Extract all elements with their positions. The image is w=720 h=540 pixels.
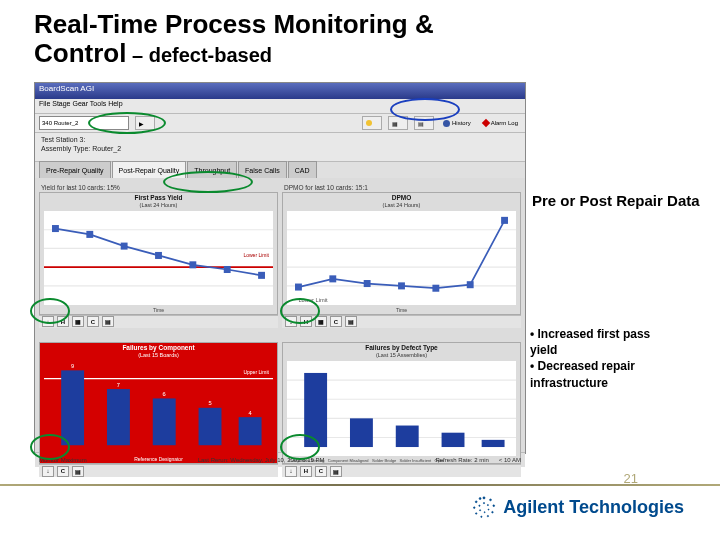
- panel-btn-h[interactable]: H: [300, 466, 312, 477]
- svg-text:9: 9: [71, 363, 74, 369]
- arrow-down-icon[interactable]: ↓: [285, 466, 297, 477]
- svg-point-53: [479, 498, 481, 500]
- chart-title: First Pass Yield: [40, 193, 277, 202]
- tab-throughput[interactable]: Throughput: [187, 161, 237, 178]
- chart-plot: [287, 361, 516, 457]
- svg-rect-40: [350, 418, 373, 447]
- assembly-combo[interactable]: 340 Router_2: [39, 116, 129, 130]
- tab-post-repair[interactable]: Post-Repair Quality: [112, 161, 187, 178]
- benefit-line: • Decreased repair: [530, 358, 710, 374]
- svg-rect-21: [467, 281, 474, 288]
- chart-area: First Pass Yield (Last 24 Hours): [39, 192, 278, 315]
- app-menubar[interactable]: File Stage Gear Tools Help: [35, 99, 525, 114]
- tab-false-calls[interactable]: False Calls: [238, 161, 287, 178]
- svg-point-46: [493, 505, 495, 507]
- chart-subtitle: (Last 15 Boards): [40, 352, 277, 359]
- chart-area: DPMO (Last 24 Hours): [282, 192, 521, 315]
- svg-point-55: [488, 504, 489, 505]
- panel-btn-c[interactable]: C: [315, 466, 327, 477]
- svg-text:4: 4: [249, 410, 253, 416]
- page-number: 21: [624, 471, 638, 486]
- status-far: < 10 AM: [499, 457, 521, 463]
- panel-btn-h[interactable]: H: [300, 316, 312, 327]
- panel-footer: ↓ H ▦ C ▤: [282, 315, 521, 328]
- chart-title: DPMO: [283, 193, 520, 202]
- svg-point-49: [481, 516, 482, 517]
- svg-point-51: [474, 507, 476, 509]
- status-mid: Last Rerun: Wednesday, July 10, 2002 8:1…: [97, 457, 426, 463]
- panel-btn-q[interactable]: ▤: [102, 316, 114, 327]
- panel-footer: ↓ H ▦ C ▤: [39, 315, 278, 328]
- svg-point-56: [488, 509, 489, 510]
- callout-benefits: • Increased first pass yield • Decreased…: [530, 326, 710, 391]
- chart-title: Failures by Defect Type: [283, 343, 520, 352]
- panel-btn-r[interactable]: ▦: [72, 316, 84, 327]
- slide: Real-Time Process Monitoring & Control –…: [0, 0, 720, 540]
- tab-cad[interactable]: CAD: [288, 161, 317, 178]
- chart-plot: Lower Limit: [287, 211, 516, 305]
- info-line: Assembly Type: Router_2: [41, 144, 519, 153]
- panel-btn-c[interactable]: C: [87, 316, 99, 327]
- panel-btn-q[interactable]: ▤: [345, 316, 357, 327]
- star-icon: [366, 120, 372, 126]
- benefit-line: • Increased first pass: [530, 326, 710, 342]
- svg-point-54: [484, 502, 485, 503]
- panel-titlebar: DPMO for last 10 cards: 15:1: [282, 182, 521, 192]
- chart-area: Failures by Defect Type (Last 15 Assembl…: [282, 342, 521, 465]
- toolbar-button[interactable]: ▶: [135, 116, 155, 130]
- history-button[interactable]: History: [440, 117, 474, 129]
- chart-subtitle: (Last 24 Hours): [283, 202, 520, 209]
- panel-footer: ↓ H C ▤: [282, 464, 521, 477]
- svg-rect-27: [153, 398, 176, 445]
- agilent-starburst-icon: [471, 494, 497, 520]
- toolbar-button[interactable]: ▦: [388, 116, 408, 130]
- panel-btn-c[interactable]: C: [57, 466, 69, 477]
- arrow-down-icon[interactable]: ↓: [42, 466, 54, 477]
- svg-rect-22: [501, 217, 508, 224]
- chart-grid: Yield for last 10 cards: 15% First Pass …: [35, 178, 525, 452]
- chart-title: Failures by Component: [40, 343, 277, 352]
- upper-limit-label: Upper Limit: [243, 369, 269, 375]
- benefit-line: infrastructure: [530, 375, 710, 391]
- svg-text:6: 6: [163, 391, 166, 397]
- svg-rect-9: [189, 261, 196, 268]
- toolbar-button[interactable]: [362, 116, 382, 130]
- chart-xlabel: Time: [40, 307, 277, 314]
- svg-rect-20: [432, 285, 439, 292]
- panel-titlebar: [39, 332, 278, 342]
- panel-btn-r[interactable]: ▦: [315, 316, 327, 327]
- arrow-down-icon[interactable]: ↓: [42, 316, 54, 327]
- tab-pre-repair[interactable]: Pre-Repair Quality: [39, 161, 111, 178]
- arrow-down-icon[interactable]: ↓: [285, 316, 297, 327]
- svg-rect-25: [61, 370, 84, 445]
- lower-limit-label: Lower Limit: [243, 252, 269, 258]
- svg-rect-18: [364, 280, 371, 287]
- panel-first-pass-yield: Yield for last 10 cards: 15% First Pass …: [39, 182, 278, 328]
- app-titlebar: BoardScan AGI: [35, 83, 525, 99]
- panel-stat: DPMO for last 10 cards: 15:1: [284, 184, 368, 191]
- svg-rect-28: [199, 408, 222, 445]
- info-line: Test Station 3:: [41, 135, 519, 144]
- panel-btn-q[interactable]: ▤: [330, 466, 342, 477]
- slide-title: Real-Time Process Monitoring & Control –…: [34, 10, 514, 67]
- svg-text:5: 5: [208, 400, 211, 406]
- panel-btn-c[interactable]: C: [330, 316, 342, 327]
- chart-subtitle: (Last 15 Assemblies): [283, 352, 520, 359]
- app-toolbar: 340 Router_2 ▶ ▦ ▤ History Alarm Log: [35, 114, 525, 133]
- panel-btn-h[interactable]: H: [57, 316, 69, 327]
- panel-footer: ↓ C ▤: [39, 464, 278, 477]
- toolbar-button[interactable]: ▤: [414, 116, 434, 130]
- alarm-log-button[interactable]: Alarm Log: [480, 117, 521, 129]
- svg-rect-29: [239, 417, 262, 445]
- panel-dpmo: DPMO for last 10 cards: 15:1 DPMO (Last …: [282, 182, 521, 328]
- svg-point-47: [492, 511, 494, 513]
- tab-strip: Pre-Repair Quality Post-Repair Quality T…: [35, 162, 525, 178]
- svg-point-45: [490, 499, 492, 501]
- panel-stat: Yield for last 10 cards: 15%: [41, 184, 120, 191]
- alarm-icon: [481, 119, 489, 127]
- svg-rect-41: [396, 425, 419, 447]
- panel-btn-q[interactable]: ▤: [72, 466, 84, 477]
- app-window: BoardScan AGI File Stage Gear Tools Help…: [34, 82, 526, 454]
- svg-point-44: [483, 497, 485, 499]
- combo-value: 340 Router_2: [42, 120, 78, 126]
